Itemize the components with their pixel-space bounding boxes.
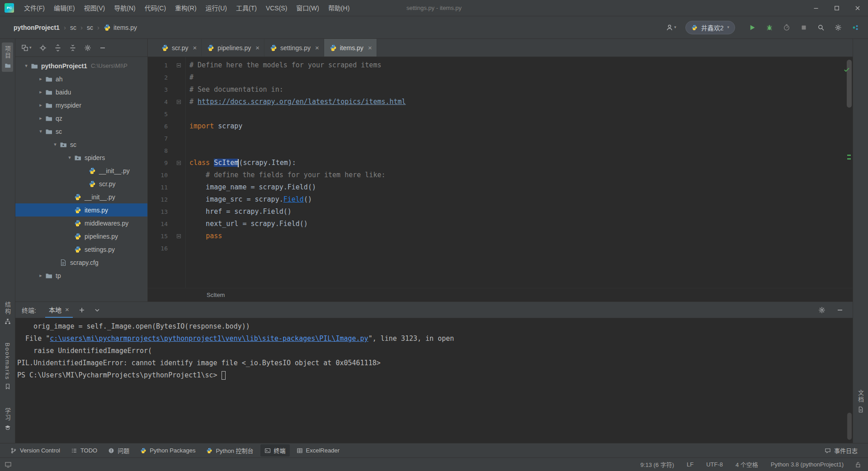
editor-tab-settings.py[interactable]: settings.py× [264,39,324,57]
locate-button[interactable] [39,44,47,52]
menu-item[interactable]: VCS(S) [261,0,292,16]
terminal-tab-local[interactable]: 本地 × [45,302,73,318]
tree-item-pipelines.py[interactable]: pipelines.py [15,230,147,243]
toolwindow-button-Python-Packages[interactable]: Python Packages [136,445,199,456]
close-tab-icon[interactable]: × [315,44,319,52]
code-editor[interactable]: 1# Define here the models for your scrap… [148,57,853,288]
terminal-scrollbar[interactable] [847,413,852,440]
tool-window-switcher-icon[interactable] [5,461,12,468]
tree-item-sc[interactable]: ▾sc [15,125,147,138]
status-item[interactable]: 9:13 (6 字符) [641,460,674,469]
code-line[interactable]: 12 image_src = scrapy.Field() [148,193,853,206]
tree-item-items.py[interactable]: items.py [15,203,147,217]
code-line[interactable]: 5 [148,108,853,120]
toolwindow-button-Python-控制台[interactable]: Python 控制台 [202,444,257,457]
chevron-right-icon[interactable]: ▸ [36,273,45,278]
inspections-ok-icon[interactable] [843,66,850,73]
status-item[interactable]: Python 3.8 (pythonProject1) [771,461,844,468]
fold-marker[interactable] [169,230,185,242]
code-line[interactable]: 1# Define here the models for your scrap… [148,59,853,71]
tree-item-sc[interactable]: ▾sc [15,138,147,151]
chevron-down-icon[interactable]: ▾ [51,141,60,147]
code-line[interactable]: 4# https://docs.scrapy.org/en/latest/top… [148,96,853,108]
fold-marker[interactable] [169,59,185,71]
code-line[interactable]: 2# [148,71,853,84]
code-line[interactable]: 6import scrapy [148,120,853,132]
chevron-right-icon[interactable]: ▸ [36,115,45,121]
menu-item[interactable]: 重构(R) [170,0,201,16]
toolwindow-button-Version-Control[interactable]: Version Control [6,445,64,456]
chevron-down-icon[interactable]: ▾ [36,128,45,134]
collapse-all-button[interactable] [69,44,76,52]
toolwindow-button-TODO[interactable]: TODO [67,445,101,456]
user-menu-button[interactable]: ▾ [666,24,676,31]
chevron-right-icon[interactable]: ▸ [36,89,45,95]
stripe-button-学习[interactable]: 学习 [2,405,13,434]
menu-item[interactable]: 导航(N) [109,0,140,16]
tree-item-myspider[interactable]: ▸myspider [15,99,147,112]
breadcrumb-item[interactable]: pythonProject1 [14,24,60,31]
fold-marker[interactable] [169,157,185,169]
run-config-selector[interactable]: 井鑫欢2 ▾ [685,21,735,34]
stop-button[interactable] [797,21,811,34]
tree-item-pythonProject1[interactable]: ▾pythonProject1C:\Users\MI\P [15,59,147,72]
chevron-down-icon[interactable]: ▾ [65,155,74,160]
code-line[interactable]: 16 [148,242,853,254]
toolwindow-button-问题[interactable]: 问题 [104,444,133,457]
editor-tab-pipelines.py[interactable]: pipelines.py× [202,39,264,57]
toolwindow-button-事件日志[interactable]: 事件日志 [821,444,862,457]
tree-item-ah[interactable]: ▸ah [15,72,147,85]
editor-tab-items.py[interactable]: items.py× [324,39,377,57]
fold-marker[interactable] [169,96,185,108]
lock-icon[interactable] [854,461,862,468]
code-line[interactable]: 10 # define the fields for your item her… [148,169,853,181]
expand-all-button[interactable] [54,44,61,52]
chevron-right-icon[interactable]: ▸ [36,102,45,108]
hide-terminal-button[interactable] [834,304,846,316]
toolwindow-button-ExcelReader[interactable]: ExcelReader [292,445,344,456]
debug-button[interactable] [762,21,777,34]
close-tab-icon[interactable]: × [255,44,259,52]
new-terminal-button[interactable] [75,304,88,316]
maximize-button[interactable] [826,0,847,16]
presets-button[interactable]: ▾ [21,44,32,52]
profiler-button[interactable] [779,21,794,34]
code-line[interactable]: 9class ScItem(scrapy.Item): [148,157,853,169]
breadcrumb-item[interactable]: sc [87,24,93,31]
code-line[interactable]: 14 next_url = scrapy.Field() [148,218,853,230]
tree-item-qz[interactable]: ▸qz [15,112,147,125]
menu-item[interactable]: 工具(T) [231,0,261,16]
search-button[interactable] [814,21,828,34]
code-line[interactable]: 15 pass [148,230,853,242]
editor-tab-scr.py[interactable]: scr.py× [156,39,202,57]
menu-item[interactable]: 运行(U) [201,0,231,16]
status-item[interactable]: UTF-8 [706,461,723,468]
minimize-button[interactable] [806,0,826,16]
menu-item[interactable]: 编辑(E) [49,0,80,16]
tree-item-scr.py[interactable]: scr.py [15,177,147,190]
terminal-dropdown-button[interactable] [91,304,104,316]
run-button[interactable] [745,21,760,34]
editor-breadcrumb[interactable]: ScItem [207,292,225,298]
menu-item[interactable]: 代码(C) [140,0,170,16]
menu-item[interactable]: 视图(V) [80,0,110,16]
code-line[interactable]: 11 image_name = scrapy.Field() [148,181,853,193]
close-tab-icon[interactable]: × [368,44,372,52]
toolwindow-button-终端[interactable]: 终端 [260,444,290,457]
terminal-settings-button[interactable] [816,304,828,316]
code-line[interactable]: 7 [148,132,853,145]
menu-item[interactable]: 窗口(W) [292,0,324,16]
tree-item-middlewares.py[interactable]: middlewares.py [15,217,147,230]
hide-button[interactable] [99,44,106,52]
close-terminal-tab-icon[interactable]: × [65,306,69,313]
tree-item-__init__.py[interactable]: __init__.py [15,164,147,177]
stripe-button-文档[interactable]: 文档 [855,386,866,416]
close-tab-icon[interactable]: × [193,44,197,52]
settings-button[interactable] [84,44,91,52]
settings-button[interactable] [831,21,845,34]
tree-item-settings.py[interactable]: settings.py [15,243,147,256]
status-item[interactable]: 4 个空格 [736,460,758,469]
status-item[interactable]: LF [687,461,693,468]
code-line[interactable]: 13 href = scrapy.Field() [148,206,853,218]
breadcrumb-item[interactable]: items.py [104,24,137,31]
